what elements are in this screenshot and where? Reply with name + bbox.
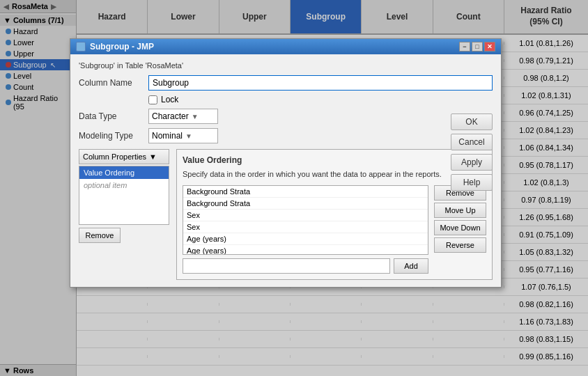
dialog-titlebar-left: Subgroup - JMP	[76, 42, 154, 52]
chevron-down-icon-3: ▼	[149, 152, 157, 161]
apply-button[interactable]: Apply	[451, 154, 493, 171]
value-action-buttons: Remove Move Up Move Down Reverse	[434, 185, 486, 274]
value-ordering-desc: Specify data in the order in which you w…	[183, 169, 486, 180]
value-ordering-panel: Value Ordering Specify data in the order…	[176, 149, 493, 280]
move-up-button[interactable]: Move Up	[434, 203, 486, 218]
data-type-dropdown[interactable]: Character ▼	[148, 109, 218, 124]
chevron-down-icon: ▼	[192, 113, 199, 120]
list-item: Age (years)	[183, 233, 428, 245]
move-down-button[interactable]: Move Down	[434, 220, 486, 235]
col-props-left: Column Properties ▼ Value Ordering optio…	[79, 149, 169, 280]
titlebar-controls: − □ ✕	[459, 42, 495, 52]
data-type-row: Data Type Character ▼	[79, 109, 493, 124]
value-list-wrapper: Background Strata Background Strata Sex …	[183, 185, 428, 274]
col-props-area: Column Properties ▼ Value Ordering optio…	[79, 149, 493, 280]
close-button[interactable]: ✕	[484, 42, 495, 52]
list-item: Age (years)	[183, 245, 428, 255]
value-ordering-title: Value Ordering	[183, 155, 486, 165]
minimize-button[interactable]: −	[459, 42, 470, 52]
list-item: Sex	[183, 210, 428, 221]
help-button[interactable]: Help	[451, 174, 493, 191]
col-props-list: Value Ordering optional item	[79, 166, 169, 225]
list-item: Background Strata	[183, 198, 428, 210]
column-name-label: Column Name	[79, 78, 148, 88]
modeling-type-label: Modeling Type	[79, 131, 148, 141]
dialog-icon	[76, 42, 86, 52]
value-list[interactable]: Background Strata Background Strata Sex …	[183, 185, 428, 255]
dialog: Subgroup - JMP − □ ✕ 'Subgroup' in Table…	[70, 38, 502, 288]
col-props-item-optional[interactable]: optional item	[79, 179, 169, 191]
dialog-buttons: OK Cancel Apply Help	[451, 113, 493, 191]
value-ordering-content: Background Strata Background Strata Sex …	[183, 185, 486, 274]
chevron-down-icon-2: ▼	[185, 132, 192, 140]
data-type-label: Data Type	[79, 111, 148, 121]
lock-label: Lock	[161, 95, 178, 104]
add-value-input[interactable]	[183, 258, 390, 274]
section-title: 'Subgroup' in Table 'RosaMeta'	[79, 61, 493, 70]
ok-button[interactable]: OK	[451, 113, 493, 130]
reverse-button[interactable]: Reverse	[434, 237, 486, 253]
col-props-dropdown[interactable]: Column Properties ▼	[79, 149, 169, 164]
lock-checkbox[interactable]	[148, 95, 157, 104]
column-name-input[interactable]	[148, 75, 493, 91]
column-name-row: Column Name	[79, 75, 493, 91]
add-row: Add	[183, 258, 428, 274]
cancel-button[interactable]: Cancel	[451, 134, 493, 150]
dialog-titlebar: Subgroup - JMP − □ ✕	[70, 39, 501, 54]
col-props-item-value-ordering[interactable]: Value Ordering	[79, 166, 169, 179]
list-item: Background Strata	[183, 186, 428, 198]
dialog-content: 'Subgroup' in Table 'RosaMeta' Column Na…	[70, 54, 501, 287]
lock-row: Lock	[148, 95, 493, 104]
data-type-value: Character	[152, 111, 189, 121]
dialog-title: Subgroup - JMP	[90, 42, 154, 52]
add-button[interactable]: Add	[394, 258, 428, 274]
list-item: Sex	[183, 221, 428, 233]
modeling-type-row: Modeling Type Nominal ▼	[79, 128, 493, 143]
remove-col-prop-button[interactable]: Remove	[79, 228, 121, 243]
modeling-type-value: Nominal	[152, 131, 183, 141]
modeling-type-dropdown[interactable]: Nominal ▼	[148, 128, 218, 143]
maximize-button[interactable]: □	[472, 42, 483, 52]
col-props-label: Column Properties	[83, 152, 146, 161]
